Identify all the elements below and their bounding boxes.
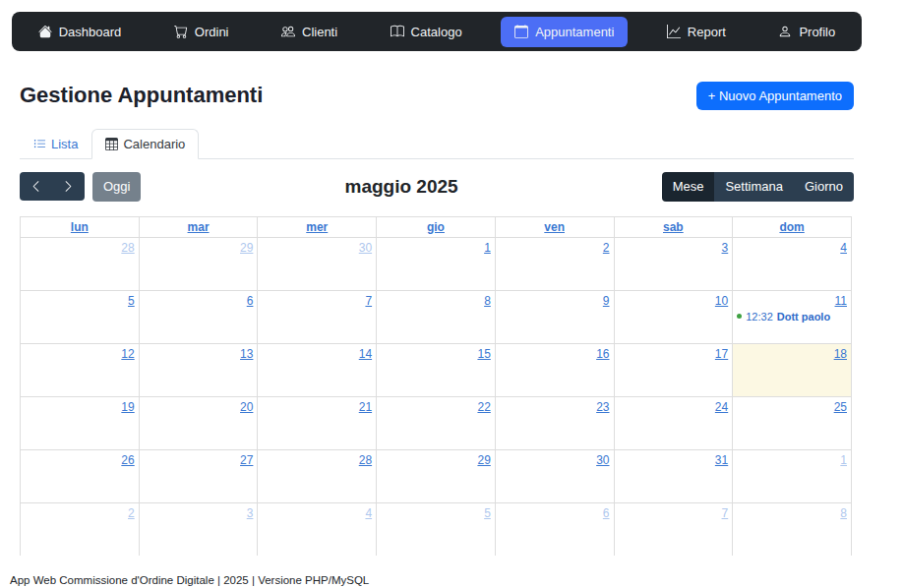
day-cell[interactable]: 6 xyxy=(139,290,258,343)
day-cell[interactable]: 12 xyxy=(21,343,140,396)
day-cell[interactable]: 8 xyxy=(377,290,496,343)
date-link[interactable]: 3 xyxy=(722,239,733,255)
day-header-link[interactable]: gio xyxy=(427,220,445,234)
day-cell[interactable]: 14 xyxy=(258,343,377,396)
date-link[interactable]: 7 xyxy=(722,504,733,520)
day-cell[interactable]: 16 xyxy=(495,343,614,396)
day-cell[interactable]: 28 xyxy=(21,237,140,290)
date-link[interactable]: 21 xyxy=(359,398,376,414)
nav-item-catalogo[interactable]: Catalogo xyxy=(377,17,476,47)
day-cell[interactable]: 30 xyxy=(495,449,614,502)
date-link[interactable]: 2 xyxy=(603,239,614,255)
date-link[interactable]: 29 xyxy=(477,451,494,467)
calendar-event[interactable]: 12:32Dott paolo xyxy=(733,311,851,323)
new-appointment-button[interactable]: + Nuovo Appuntamento xyxy=(696,82,854,110)
day-cell[interactable]: 20 xyxy=(139,396,258,449)
date-link[interactable]: 4 xyxy=(365,504,376,520)
date-link[interactable]: 15 xyxy=(477,345,494,361)
date-link[interactable]: 19 xyxy=(121,398,138,414)
day-cell[interactable]: 17 xyxy=(614,343,733,396)
day-cell[interactable]: 23 xyxy=(495,396,614,449)
date-link[interactable]: 1 xyxy=(484,239,495,255)
date-link[interactable]: 9 xyxy=(603,292,614,308)
day-header-link[interactable]: lun xyxy=(71,220,89,234)
date-link[interactable]: 29 xyxy=(240,239,257,255)
day-cell[interactable]: 4 xyxy=(258,502,377,556)
day-cell[interactable]: 6 xyxy=(495,502,614,556)
day-cell[interactable]: 29 xyxy=(377,449,496,502)
day-header-link[interactable]: mer xyxy=(306,220,328,234)
day-cell[interactable]: 9 xyxy=(495,290,614,343)
date-link[interactable]: 18 xyxy=(834,345,851,361)
day-cell[interactable]: 18 xyxy=(733,343,852,396)
nav-item-ordini[interactable]: Ordini xyxy=(160,17,243,47)
day-cell[interactable]: 10 xyxy=(614,290,733,343)
date-link[interactable]: 28 xyxy=(359,451,376,467)
day-cell[interactable]: 3 xyxy=(139,502,258,556)
day-cell[interactable]: 1 xyxy=(377,237,496,290)
nav-item-appuntamenti[interactable]: Appuntamenti xyxy=(501,17,628,47)
date-link[interactable]: 10 xyxy=(715,292,732,308)
view-month-button[interactable]: Mese xyxy=(662,172,715,202)
day-cell[interactable]: 26 xyxy=(21,449,140,502)
nav-item-clienti[interactable]: Clienti xyxy=(268,17,351,47)
date-link[interactable]: 26 xyxy=(121,451,138,467)
day-cell[interactable]: 5 xyxy=(21,290,140,343)
date-link[interactable]: 31 xyxy=(715,451,732,467)
date-link[interactable]: 14 xyxy=(359,345,376,361)
date-link[interactable]: 12 xyxy=(121,345,138,361)
today-button[interactable]: Oggi xyxy=(92,172,141,202)
nav-item-report[interactable]: Report xyxy=(653,17,740,47)
day-cell[interactable]: 13 xyxy=(139,343,258,396)
date-link[interactable]: 11 xyxy=(835,292,851,308)
nav-item-dashboard[interactable]: Dashboard xyxy=(25,17,136,47)
day-header-link[interactable]: ven xyxy=(544,220,565,234)
date-link[interactable]: 4 xyxy=(840,239,851,255)
date-link[interactable]: 27 xyxy=(240,451,257,467)
date-link[interactable]: 22 xyxy=(477,398,494,414)
date-link[interactable]: 30 xyxy=(596,451,613,467)
date-link[interactable]: 5 xyxy=(128,292,139,308)
next-month-button[interactable] xyxy=(52,172,85,201)
date-link[interactable]: 28 xyxy=(121,239,138,255)
day-header-link[interactable]: dom xyxy=(779,220,804,234)
date-link[interactable]: 5 xyxy=(484,504,495,520)
date-link[interactable]: 2 xyxy=(128,504,139,520)
tab-calendario[interactable]: Calendario xyxy=(91,129,199,159)
day-cell[interactable]: 4 xyxy=(733,237,852,290)
day-header-link[interactable]: sab xyxy=(663,220,684,234)
day-cell[interactable]: 3 xyxy=(614,237,733,290)
date-link[interactable]: 13 xyxy=(240,345,257,361)
date-link[interactable]: 23 xyxy=(596,398,613,414)
date-link[interactable]: 3 xyxy=(247,504,258,520)
day-cell[interactable]: 29 xyxy=(139,237,258,290)
day-cell[interactable]: 22 xyxy=(377,396,496,449)
date-link[interactable]: 17 xyxy=(715,345,732,361)
day-cell[interactable]: 31 xyxy=(614,449,733,502)
day-cell[interactable]: 15 xyxy=(377,343,496,396)
view-week-button[interactable]: Settimana xyxy=(714,172,794,202)
day-cell[interactable]: 24 xyxy=(614,396,733,449)
date-link[interactable]: 25 xyxy=(834,398,851,414)
day-cell[interactable]: 8 xyxy=(733,502,852,556)
day-cell[interactable]: 30 xyxy=(258,237,377,290)
date-link[interactable]: 6 xyxy=(603,504,614,520)
prev-month-button[interactable] xyxy=(20,172,52,201)
day-cell[interactable]: 21 xyxy=(258,396,377,449)
day-cell[interactable]: 2 xyxy=(21,502,140,556)
day-cell[interactable]: 1112:32Dott paolo xyxy=(733,290,852,343)
day-cell[interactable]: 1 xyxy=(733,449,852,502)
view-day-button[interactable]: Giorno xyxy=(794,172,854,202)
date-link[interactable]: 1 xyxy=(840,451,851,467)
date-link[interactable]: 20 xyxy=(240,398,257,414)
day-header-link[interactable]: mar xyxy=(188,220,210,234)
date-link[interactable]: 8 xyxy=(484,292,495,308)
day-cell[interactable]: 2 xyxy=(495,237,614,290)
date-link[interactable]: 24 xyxy=(715,398,732,414)
tab-lista[interactable]: Lista xyxy=(20,129,91,159)
nav-item-profilo[interactable]: Profilo xyxy=(764,17,849,47)
date-link[interactable]: 6 xyxy=(247,292,258,308)
date-link[interactable]: 8 xyxy=(840,504,851,520)
day-cell[interactable]: 7 xyxy=(614,502,733,556)
day-cell[interactable]: 27 xyxy=(139,449,258,502)
